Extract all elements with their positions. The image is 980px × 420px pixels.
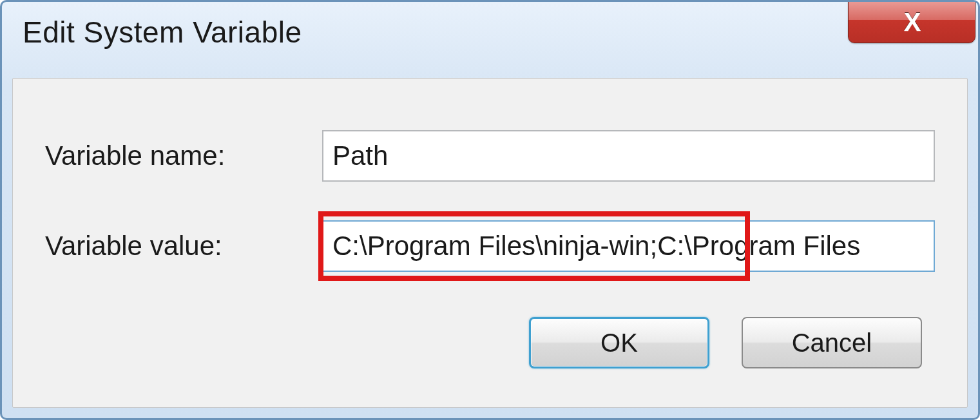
- variable-name-label: Variable name:: [45, 140, 322, 171]
- variable-name-row: Variable name: Path: [45, 130, 935, 182]
- variable-value-input[interactable]: C:\Program Files\ninja-win;C:\Program Fi…: [322, 220, 935, 272]
- cancel-button[interactable]: Cancel: [742, 317, 922, 368]
- variable-value-label: Variable value:: [45, 231, 322, 262]
- variable-name-input[interactable]: Path: [322, 130, 935, 182]
- dialog-window: Edit System Variable X Variable name: Pa…: [0, 0, 980, 420]
- window-title: Edit System Variable: [23, 15, 302, 50]
- close-icon: X: [904, 8, 920, 37]
- close-button[interactable]: X: [848, 1, 975, 43]
- titlebar: Edit System Variable X: [2, 2, 978, 78]
- variable-value-wrapper: C:\Program Files\ninja-win;C:\Program Fi…: [322, 220, 935, 272]
- variable-value-row: Variable value: C:\Program Files\ninja-w…: [45, 220, 935, 272]
- button-row: OK Cancel: [45, 317, 935, 368]
- client-area: Variable name: Path Variable value: C:\P…: [12, 78, 968, 408]
- ok-button[interactable]: OK: [529, 317, 709, 368]
